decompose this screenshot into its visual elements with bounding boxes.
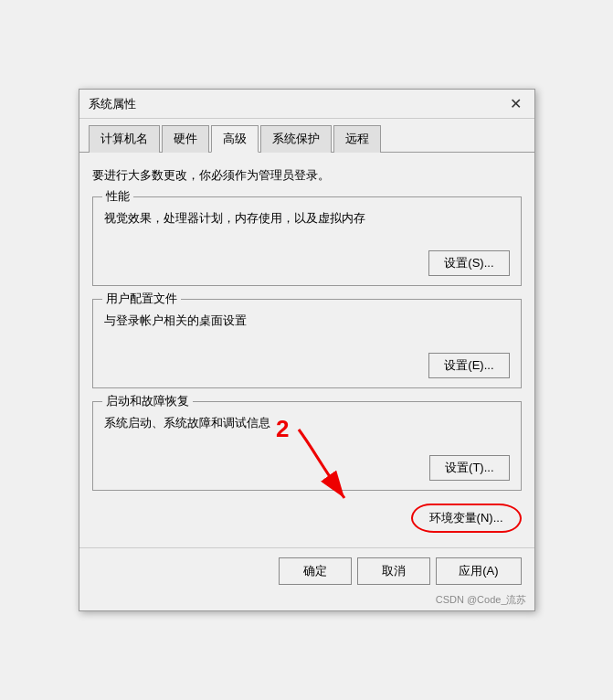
ok-button[interactable]: 确定 [279,557,352,585]
tab-system-protection[interactable]: 系统保护 [260,125,332,153]
admin-notice: 要进行大多数更改，你必须作为管理员登录。 [92,167,522,184]
environment-variables-button[interactable]: 环境变量(N)... [411,504,522,533]
apply-button[interactable]: 应用(A) [436,557,521,585]
performance-section-desc: 视觉效果，处理器计划，内存使用，以及虚拟内存 [104,210,510,227]
tab-advanced[interactable]: 高级 [211,125,259,153]
watermark: CSDN @Code_流苏 [436,593,527,607]
user-profiles-settings-button[interactable]: 设置(E)... [428,353,509,378]
dialog-title: 系统属性 [89,96,136,112]
performance-settings-button[interactable]: 设置(S)... [428,250,509,276]
user-profiles-btn-row: 设置(E)... [104,353,510,378]
startup-recovery-section-desc: 系统启动、系统故障和调试信息 [104,415,510,431]
user-profiles-section: 用户配置文件 与登录帐户相关的桌面设置 设置(E)... [92,299,522,388]
tab-remote[interactable]: 远程 [333,125,381,153]
close-button[interactable]: ✕ [507,95,525,113]
performance-section: 性能 视觉效果，处理器计划，内存使用，以及虚拟内存 设置(S)... [92,196,522,286]
performance-btn-row: 设置(S)... [104,250,510,276]
dialog-footer: 确定 取消 应用(A) [79,547,534,594]
tab-computer-name[interactable]: 计算机名 [89,125,160,153]
user-profiles-section-title: 用户配置文件 [102,291,181,307]
cancel-button[interactable]: 取消 [357,557,430,585]
startup-recovery-settings-button[interactable]: 设置(T)... [429,455,509,481]
user-profiles-section-desc: 与登录帐户相关的桌面设置 [104,313,510,329]
tabs-bar: 计算机名 硬件 高级 系统保护 远程 [79,119,534,153]
performance-section-title: 性能 [102,188,133,205]
startup-recovery-btn-row: 设置(T)... [104,455,510,481]
startup-recovery-section: 启动和故障恢复 系统启动、系统故障和调试信息 设置(T)... 2 [92,401,522,491]
startup-recovery-section-title: 启动和故障恢复 [102,393,193,409]
title-bar: 系统属性 ✕ [79,90,534,119]
tab-content: 要进行大多数更改，你必须作为管理员登录。 性能 视觉效果，处理器计划，内存使用，… [79,153,534,547]
system-properties-dialog: 系统属性 ✕ 计算机名 硬件 高级 系统保护 远程 要进行大多数更改，你必须作为… [79,89,535,611]
env-btn-row: 环境变量(N)... [92,504,522,533]
tab-hardware[interactable]: 硬件 [162,125,209,153]
